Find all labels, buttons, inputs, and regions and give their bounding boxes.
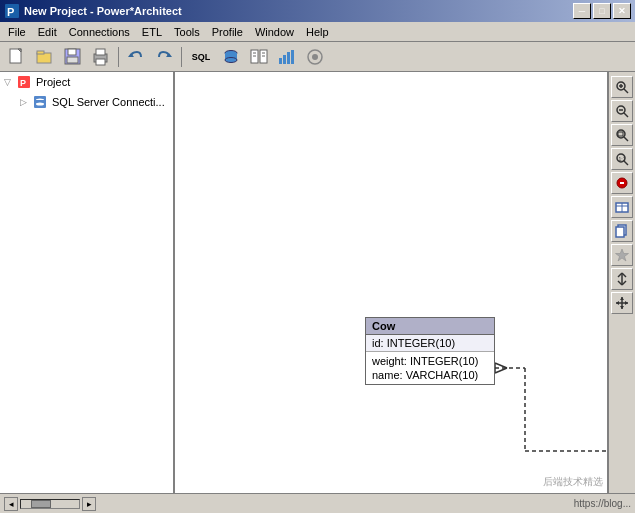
menu-etl[interactable]: ETL bbox=[136, 24, 168, 40]
scroll-right-btn[interactable]: ▸ bbox=[82, 497, 96, 511]
svg-text:1:1: 1:1 bbox=[619, 156, 626, 162]
watermark: 后端技术精选 bbox=[543, 475, 603, 489]
cow-field-weight: weight: INTEGER(10) bbox=[372, 354, 488, 368]
menu-help[interactable]: Help bbox=[300, 24, 335, 40]
toolbar-open[interactable] bbox=[32, 45, 58, 69]
cow-table-body: weight: INTEGER(10) name: VARCHAR(10) bbox=[366, 352, 494, 384]
save-icon bbox=[64, 48, 82, 66]
zoom-actual-icon: 1:1 bbox=[615, 152, 629, 166]
right-toolbar: 1:1 bbox=[607, 72, 635, 493]
zoom-in-button[interactable] bbox=[611, 76, 633, 98]
scroll-track-h[interactable] bbox=[20, 499, 80, 509]
move-icon bbox=[615, 296, 629, 310]
connector-layer bbox=[175, 72, 607, 493]
svg-rect-11 bbox=[96, 59, 105, 65]
svg-rect-10 bbox=[96, 49, 105, 55]
compare-icon bbox=[250, 48, 268, 66]
er-table-cow[interactable]: Cow id: INTEGER(10) weight: INTEGER(10) … bbox=[365, 317, 495, 385]
title-bar: P New Project - Power*Architect ─ □ ✕ bbox=[0, 0, 635, 22]
svg-rect-8 bbox=[67, 57, 78, 63]
toolbar-compare[interactable] bbox=[246, 45, 272, 69]
undo-icon bbox=[127, 48, 145, 66]
menu-edit[interactable]: Edit bbox=[32, 24, 63, 40]
svg-rect-5 bbox=[37, 51, 44, 54]
svg-marker-71 bbox=[620, 306, 624, 309]
prefs-icon bbox=[306, 48, 324, 66]
svg-marker-72 bbox=[616, 301, 619, 305]
redo-icon bbox=[155, 48, 173, 66]
cow-table-header: Cow bbox=[366, 318, 494, 335]
star-icon bbox=[615, 248, 629, 262]
horizontal-scrollbar[interactable]: ◂ ▸ bbox=[4, 497, 96, 511]
svg-rect-61 bbox=[616, 227, 624, 237]
db-icon bbox=[222, 48, 240, 66]
svg-point-28 bbox=[312, 54, 318, 60]
svg-point-16 bbox=[225, 57, 237, 62]
zoom-actual-button[interactable]: 1:1 bbox=[611, 148, 633, 170]
zoom-fit-icon bbox=[615, 128, 629, 142]
add-table-button[interactable] bbox=[611, 196, 633, 218]
svg-rect-7 bbox=[68, 49, 76, 55]
toolbar-profile-btn[interactable] bbox=[274, 45, 300, 69]
toolbar-sep-2 bbox=[181, 47, 182, 67]
diagram-canvas[interactable]: Cow id: INTEGER(10) weight: INTEGER(10) … bbox=[175, 72, 607, 493]
toolbar: SQL bbox=[0, 42, 635, 72]
remove-icon bbox=[615, 176, 629, 190]
svg-marker-70 bbox=[620, 297, 624, 300]
print-icon bbox=[92, 48, 110, 66]
layout-button[interactable] bbox=[611, 268, 633, 290]
scroll-left-btn[interactable]: ◂ bbox=[4, 497, 18, 511]
svg-line-53 bbox=[624, 161, 628, 165]
copy-icon bbox=[615, 224, 629, 238]
title-bar-left: P New Project - Power*Architect bbox=[4, 3, 182, 19]
minimize-button[interactable]: ─ bbox=[573, 3, 591, 19]
menu-window[interactable]: Window bbox=[249, 24, 300, 40]
tree-conn-label: SQL Server Connecti... bbox=[52, 96, 165, 108]
toolbar-new[interactable] bbox=[4, 45, 30, 69]
svg-rect-24 bbox=[283, 55, 286, 64]
cow-pk-row: id: INTEGER(10) bbox=[366, 335, 494, 352]
star-button[interactable] bbox=[611, 244, 633, 266]
zoom-fit-button[interactable] bbox=[611, 124, 633, 146]
toolbar-sql[interactable]: SQL bbox=[186, 45, 216, 69]
toolbar-print[interactable] bbox=[88, 45, 114, 69]
tree-item-connection[interactable]: ▷ SQL Server Connecti... bbox=[0, 92, 173, 112]
toolbar-undo[interactable] bbox=[123, 45, 149, 69]
zoom-in-icon bbox=[615, 80, 629, 94]
tree-expand-project[interactable]: ▽ bbox=[4, 77, 16, 87]
status-bar: ◂ ▸ https://blog... bbox=[0, 493, 635, 513]
project-tree: ▽ P Project ▷ SQL Server Connecti... bbox=[0, 72, 175, 493]
svg-line-39 bbox=[495, 368, 507, 373]
tree-expand-conn[interactable]: ▷ bbox=[20, 97, 32, 107]
toolbar-save[interactable] bbox=[60, 45, 86, 69]
tree-item-project[interactable]: ▽ P Project bbox=[0, 72, 173, 92]
zoom-out-icon bbox=[615, 104, 629, 118]
cow-field-name: name: VARCHAR(10) bbox=[372, 368, 488, 382]
toolbar-sep-1 bbox=[118, 47, 119, 67]
app-icon: P bbox=[4, 3, 20, 19]
toolbar-redo[interactable] bbox=[151, 45, 177, 69]
move-button[interactable] bbox=[611, 292, 633, 314]
window-controls[interactable]: ─ □ ✕ bbox=[573, 3, 631, 19]
close-button[interactable]: ✕ bbox=[613, 3, 631, 19]
tree-project-label: Project bbox=[36, 76, 70, 88]
svg-line-47 bbox=[624, 113, 628, 117]
main-area: ▽ P Project ▷ SQL Server Connecti... bbox=[0, 72, 635, 493]
menu-file[interactable]: File bbox=[2, 24, 32, 40]
toolbar-prefs[interactable] bbox=[302, 45, 328, 69]
copy-button[interactable] bbox=[611, 220, 633, 242]
svg-line-38 bbox=[495, 363, 507, 368]
toolbar-db[interactable] bbox=[218, 45, 244, 69]
svg-rect-51 bbox=[618, 132, 623, 136]
remove-button[interactable] bbox=[611, 172, 633, 194]
db-tree-icon bbox=[32, 94, 48, 110]
svg-marker-73 bbox=[625, 301, 628, 305]
zoom-out-button[interactable] bbox=[611, 100, 633, 122]
menu-tools[interactable]: Tools bbox=[168, 24, 206, 40]
open-icon bbox=[36, 48, 54, 66]
menu-profile[interactable]: Profile bbox=[206, 24, 249, 40]
window-title: New Project - Power*Architect bbox=[24, 5, 182, 17]
maximize-button[interactable]: □ bbox=[593, 3, 611, 19]
menu-bar: File Edit Connections ETL Tools Profile … bbox=[0, 22, 635, 42]
menu-connections[interactable]: Connections bbox=[63, 24, 136, 40]
